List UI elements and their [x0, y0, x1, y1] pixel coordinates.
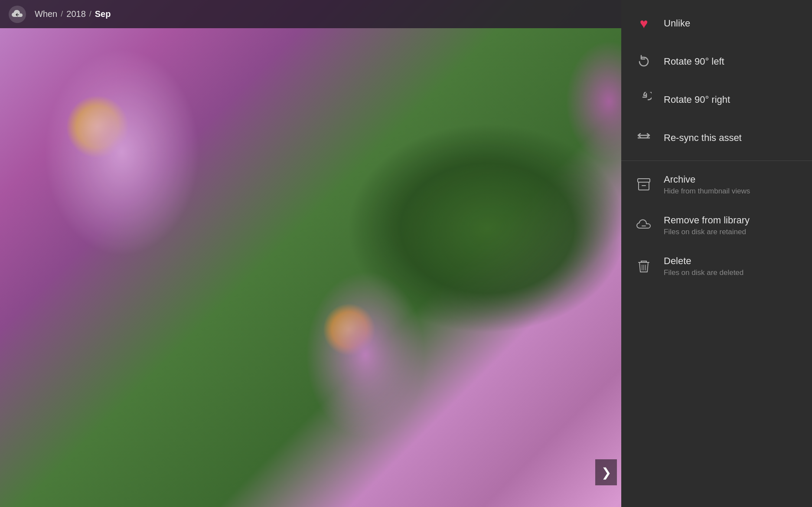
menu-item-remove-from-library[interactable]: Remove from library Files on disk are re…: [621, 205, 812, 246]
menu-text-rotate-left: Rotate 90° left: [664, 56, 724, 67]
breadcrumb-year[interactable]: 2018: [66, 9, 86, 19]
heart-icon: ♥: [634, 14, 653, 33]
menu-item-resync[interactable]: Re-sync this asset: [621, 119, 812, 157]
menu-item-archive[interactable]: Archive Hide from thumbnail views: [621, 164, 812, 205]
menu-text-unlike: Unlike: [664, 18, 690, 29]
menu-text-archive: Archive Hide from thumbnail views: [664, 174, 750, 196]
menu-divider: [621, 160, 812, 161]
menu-label-unlike: Unlike: [664, 18, 690, 29]
menu-item-rotate-right[interactable]: Rotate 90° right: [621, 81, 812, 119]
next-arrow[interactable]: ❯: [595, 459, 617, 485]
menu-label-remove-from-library: Remove from library: [664, 215, 750, 226]
menu-sublabel-remove-from-library: Files on disk are retained: [664, 228, 750, 236]
menu-text-resync: Re-sync this asset: [664, 132, 742, 144]
menu-label-archive: Archive: [664, 174, 750, 185]
rotate-right-icon: [634, 90, 653, 109]
context-menu: ♥ Unlike Rotate 90° left Rotate 90° righ…: [621, 0, 812, 507]
menu-label-resync: Re-sync this asset: [664, 132, 742, 144]
menu-sublabel-archive: Hide from thumbnail views: [664, 187, 750, 196]
archive-icon: [634, 175, 653, 194]
breadcrumb-month[interactable]: Sep: [95, 9, 111, 19]
menu-text-remove-from-library: Remove from library Files on disk are re…: [664, 215, 750, 236]
menu-text-delete: Delete Files on disk are deleted: [664, 255, 744, 277]
breadcrumb-sep1: /: [61, 10, 63, 19]
app-icon[interactable]: [9, 6, 26, 23]
breadcrumb-when[interactable]: When: [35, 9, 57, 19]
svg-rect-1: [638, 179, 650, 182]
breadcrumb: When / 2018 / Sep: [35, 9, 638, 19]
menu-item-delete[interactable]: Delete Files on disk are deleted: [621, 246, 812, 287]
menu-item-unlike[interactable]: ♥ Unlike: [621, 4, 812, 43]
menu-item-rotate-left[interactable]: Rotate 90° left: [621, 43, 812, 81]
trash-icon: [634, 257, 653, 276]
menu-text-rotate-right: Rotate 90° right: [664, 94, 730, 105]
menu-sublabel-delete: Files on disk are deleted: [664, 268, 744, 277]
menu-label-rotate-right: Rotate 90° right: [664, 94, 730, 105]
rotate-left-icon: [634, 52, 653, 71]
breadcrumb-sep2: /: [89, 10, 91, 19]
menu-label-rotate-left: Rotate 90° left: [664, 56, 724, 67]
menu-label-delete: Delete: [664, 255, 744, 267]
resync-icon: [634, 128, 653, 147]
remove-cloud-icon: [634, 216, 653, 235]
